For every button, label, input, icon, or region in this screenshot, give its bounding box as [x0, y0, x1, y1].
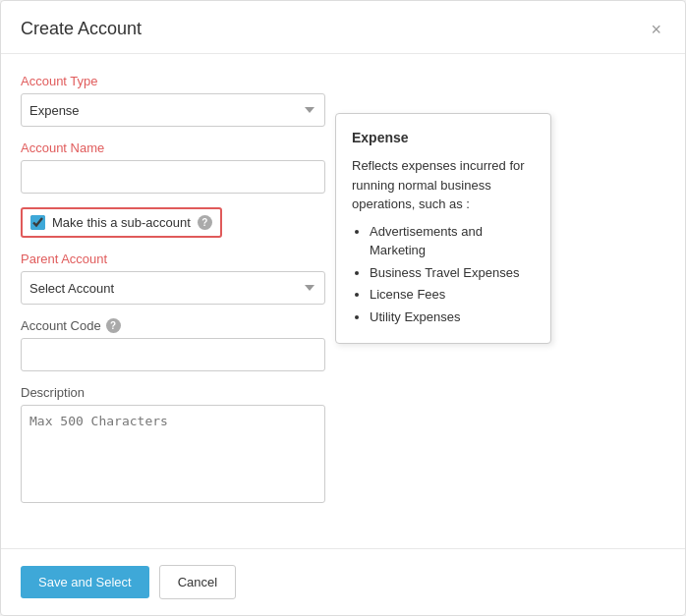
tooltip-list-item: Business Travel Expenses	[370, 263, 535, 283]
save-and-select-button[interactable]: Save and Select	[21, 566, 149, 598]
sub-account-help-icon[interactable]: ?	[198, 215, 212, 230]
create-account-dialog: Create Account × Account Type Expense In…	[0, 0, 686, 616]
dialog-footer: Save and Select Cancel	[1, 548, 685, 615]
dialog-title: Create Account	[21, 19, 142, 39]
sub-account-row: Make this a sub-account ?	[21, 207, 222, 238]
sub-account-checkbox[interactable]	[30, 215, 45, 230]
parent-account-select[interactable]: Select Account	[21, 271, 325, 305]
dialog-body: Account Type Expense Income Asset Liabil…	[1, 54, 685, 548]
tooltip-list-item: Advertisements and Marketing	[370, 222, 535, 260]
description-textarea[interactable]	[21, 405, 325, 503]
tooltip-text: Reflects expenses incurred for running n…	[352, 156, 535, 214]
description-label: Description	[21, 385, 665, 400]
account-code-label: Account Code	[21, 318, 101, 333]
close-button[interactable]: ×	[647, 21, 665, 38]
tooltip-list: Advertisements and Marketing Business Tr…	[352, 222, 535, 327]
account-code-help-icon[interactable]: ?	[106, 318, 121, 333]
tooltip-title: Expense	[352, 128, 535, 148]
tooltip-list-item: License Fees	[370, 285, 535, 305]
dialog-header: Create Account ×	[1, 1, 685, 54]
account-type-select[interactable]: Expense Income Asset Liability Equity	[21, 93, 325, 127]
account-name-input[interactable]	[21, 160, 325, 194]
cancel-button[interactable]: Cancel	[159, 565, 236, 599]
expense-tooltip: Expense Reflects expenses incurred for r…	[335, 113, 551, 344]
tooltip-list-item: Utility Expenses	[370, 308, 535, 327]
sub-account-label: Make this a sub-account	[52, 215, 191, 230]
account-code-input[interactable]	[21, 338, 325, 371]
description-field: Description	[21, 385, 665, 507]
account-type-label: Account Type	[21, 74, 665, 88]
